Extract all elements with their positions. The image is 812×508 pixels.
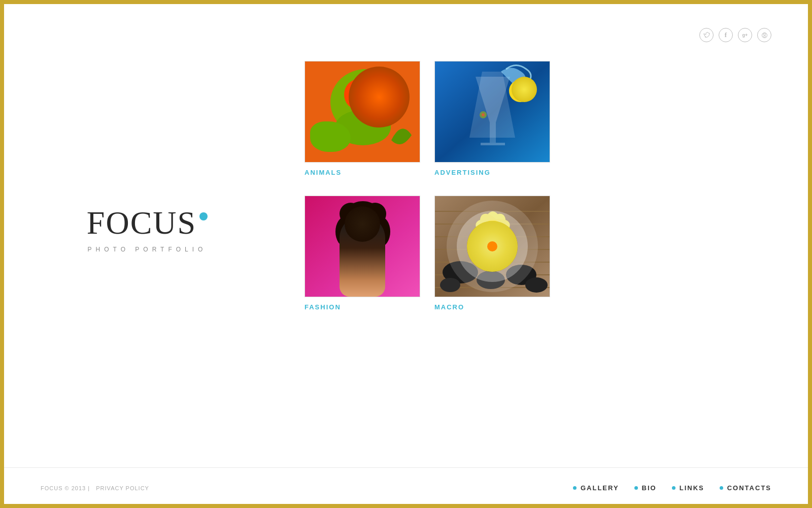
svg-marker-36 — [354, 280, 361, 290]
svg-rect-25 — [305, 196, 420, 297]
twitter-icon[interactable] — [699, 28, 714, 42]
svg-rect-13 — [435, 61, 550, 162]
links-dot — [672, 486, 675, 490]
footer-nav-contacts[interactable]: CONTACTS — [720, 484, 771, 492]
gallery-item-fashion[interactable]: FASHION — [304, 196, 420, 311]
svg-rect-16 — [481, 143, 505, 145]
svg-point-35 — [358, 240, 368, 246]
footer-nav-bio[interactable]: BIO — [634, 484, 657, 492]
svg-point-59 — [489, 226, 496, 233]
footer-nav: GALLERY BIO LINKS CONTACTS — [558, 484, 771, 492]
gallery-thumb-macro[interactable] — [434, 196, 550, 297]
logo-accent-dot — [199, 212, 208, 220]
svg-marker-14 — [476, 77, 510, 122]
animals-image — [305, 61, 420, 162]
svg-point-57 — [484, 220, 502, 238]
gallery-row-1: ANIMALS — [304, 61, 761, 176]
gallery-item-macro[interactable]: MACRO — [434, 196, 550, 311]
footer: FOCUS © 2013 | PRIVACY POLICY GALLERY BI… — [0, 467, 812, 508]
footer-nav-links[interactable]: LINKS — [672, 484, 704, 492]
animals-label: ANIMALS — [304, 169, 420, 176]
svg-line-21 — [514, 85, 526, 97]
svg-point-7 — [375, 79, 393, 100]
svg-point-3 — [344, 79, 373, 110]
social-icons-container: f g+ — [699, 28, 771, 42]
svg-point-8 — [378, 83, 389, 96]
svg-point-10 — [381, 86, 384, 89]
gallery-thumb-advertising[interactable] — [434, 61, 550, 163]
gallery-area: ANIMALS — [304, 61, 761, 316]
bio-dot — [634, 486, 638, 490]
svg-point-38 — [356, 273, 365, 280]
gallery-grid: ANIMALS — [304, 61, 761, 316]
svg-point-32 — [364, 203, 386, 225]
svg-point-23 — [480, 111, 487, 118]
advertising-image — [435, 61, 550, 162]
contacts-nav-label: CONTACTS — [727, 484, 771, 492]
svg-rect-26 — [351, 247, 375, 297]
copyright-text: FOCUS © 2013 | — [41, 485, 90, 491]
gallery-item-animals[interactable]: ANIMALS — [304, 61, 420, 176]
fashion-label: FASHION — [304, 303, 420, 311]
svg-rect-37 — [354, 277, 361, 280]
svg-point-51 — [525, 277, 548, 293]
links-nav-label: LINKS — [680, 484, 704, 492]
gallery-thumb-fashion[interactable] — [304, 196, 420, 297]
contacts-dot — [720, 486, 723, 490]
svg-point-6 — [354, 90, 358, 94]
gallery-dot — [573, 486, 577, 490]
advertising-label: ADVERTISING — [434, 169, 550, 176]
logo-subtitle: PHOTO PORTFOLIO — [88, 246, 207, 253]
svg-line-22 — [514, 85, 526, 97]
logo-container: FOCUS PHOTO PORTFOLIO — [87, 204, 208, 253]
svg-point-50 — [440, 278, 460, 292]
svg-rect-15 — [490, 122, 496, 143]
gallery-row-2: FASHION — [304, 196, 761, 311]
svg-rect-1 — [305, 61, 420, 162]
gallery-item-advertising[interactable]: ADVERTISING — [434, 61, 550, 176]
svg-point-9 — [380, 86, 387, 93]
footer-copyright: FOCUS © 2013 | PRIVACY POLICY — [41, 485, 149, 491]
macro-image — [435, 196, 550, 297]
svg-point-27 — [347, 216, 379, 252]
logo-text: FOCUS — [87, 204, 196, 242]
footer-nav-gallery[interactable]: GALLERY — [573, 484, 619, 492]
gallery-thumb-animals[interactable] — [304, 61, 420, 163]
svg-point-11 — [335, 110, 391, 145]
googleplus-icon[interactable]: g+ — [738, 28, 752, 42]
svg-point-31 — [340, 203, 362, 225]
facebook-icon[interactable]: f — [719, 28, 733, 42]
svg-point-34 — [366, 233, 371, 239]
svg-point-33 — [355, 233, 360, 239]
privacy-policy-link[interactable]: PRIVACY POLICY — [96, 485, 149, 491]
gallery-nav-label: GALLERY — [581, 484, 619, 492]
svg-point-29 — [335, 216, 356, 247]
svg-point-58 — [487, 223, 499, 235]
logo-area: FOCUS PHOTO PORTFOLIO — [0, 0, 294, 457]
macro-label: MACRO — [434, 303, 550, 311]
svg-point-4 — [349, 84, 367, 105]
bio-nav-label: BIO — [642, 484, 657, 492]
logo-title: FOCUS — [87, 204, 208, 242]
svg-point-48 — [477, 271, 505, 289]
svg-point-24 — [482, 113, 485, 116]
skype-icon[interactable] — [757, 28, 771, 42]
svg-point-5 — [353, 89, 363, 100]
svg-point-18 — [512, 83, 528, 99]
fashion-image — [305, 196, 420, 297]
svg-point-17 — [509, 80, 531, 102]
